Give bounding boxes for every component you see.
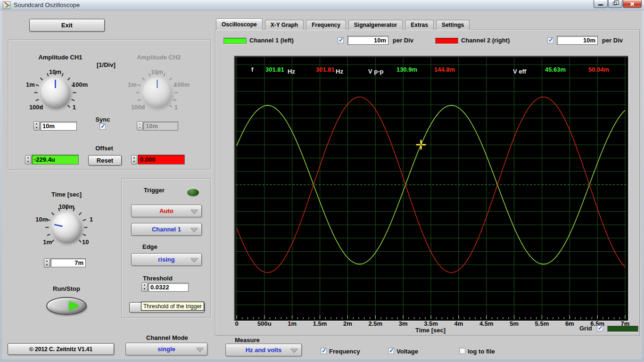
x-axis-tick-label: 500u [257,320,272,327]
run-stop-label: Run/Stop [45,285,88,292]
knob-scale-label: 10m [151,68,163,75]
measure-mode-dropdown[interactable]: Hz and volts [225,344,302,356]
x-axis-tick-label: 1m [288,320,297,327]
channel1-color-swatch [223,38,247,44]
trigger-source-value: Channel 1 [152,226,181,233]
amplitude-ch2-stepper: ▲▼ [137,121,143,131]
channel2-per-div-field[interactable]: 10m [557,36,598,45]
play-icon [69,301,79,311]
increment-icon[interactable]: ▲ [44,259,50,263]
increment-icon[interactable]: ▲ [132,156,137,160]
channel1-per-div-label: per Div [393,37,413,44]
decrement-icon[interactable]: ▼ [142,287,147,291]
trigger-source-dropdown[interactable]: Channel 1 [131,223,202,236]
app-icon [3,1,10,9]
oscilloscope-plot[interactable] [236,58,627,319]
x-axis-tick-label: 2.5m [368,320,382,327]
channel1-label: Channel 1 (left) [249,37,294,44]
tab-oscilloscope[interactable]: Oscilloscope [216,18,263,30]
close-icon [629,1,635,7]
channel2-color-swatch [435,38,458,44]
decrement-icon[interactable]: ▼ [132,160,137,164]
log-to-file-checkbox-label: log to file [468,348,495,355]
threshold-tooltip: Threshold of the trigger [141,302,204,311]
x-axis-tick-label: 4.5m [479,320,494,327]
sync-checkbox[interactable] [99,123,106,130]
amplitude-ch1-title: Amplitude CH1 [30,54,91,61]
tab-xy-graph[interactable]: X-Y Graph [265,20,304,30]
close-button[interactable] [623,0,642,8]
channel1-enable-checkbox[interactable] [338,37,344,43]
knob-scale-label: 10m [35,216,48,223]
chevron-down-icon [290,348,298,353]
trigger-mode-dropdown[interactable]: Auto [131,205,202,217]
tab-settings[interactable]: Settings [436,20,470,30]
restore-button[interactable] [608,0,622,8]
knob-scale-label: 100m [174,81,190,88]
tab-frequency[interactable]: Frequency [306,20,346,30]
increment-icon[interactable]: ▲ [34,122,39,126]
chevron-down-icon [190,209,198,214]
tab-strip: Oscilloscope X-Y Graph Frequency Signalg… [216,18,472,30]
frequency-checkbox[interactable] [321,348,327,354]
decrement-icon[interactable]: ▼ [25,160,31,164]
increment-icon[interactable]: ▲ [25,156,31,160]
amplitude-ch1-field[interactable]: 10m [40,122,77,131]
amplitude-ch1-stepper[interactable]: ▲▼ [33,121,40,131]
knob-scale-label: 1m [26,81,35,88]
trigger-groupbox [122,178,211,318]
x-axis-tick-label: 0 [235,320,238,327]
run-stop-toggle[interactable] [46,297,87,315]
decrement-icon[interactable]: ▼ [34,126,39,130]
channel2-enable-checkbox[interactable] [547,37,553,43]
offset-ch1-stepper[interactable]: ▲▼ [25,155,31,165]
chevron-down-icon [196,347,204,352]
trigger-edge-dropdown[interactable]: rising [131,253,202,266]
frequency-checkbox-label: Frequency [329,348,360,355]
channel2-per-div-label: per Div [602,37,623,44]
offset-ch2-stepper[interactable]: ▲▼ [131,155,137,165]
voltage-checkbox[interactable] [388,348,394,354]
amplitude-unit-label: [1/Div] [97,61,116,68]
tab-signalgenerator[interactable]: Signalgenerator [348,20,403,30]
knob-scale-label: 1 [73,104,76,111]
knob-scale-label: 1m [128,81,137,88]
decrement-icon: ▼ [137,126,142,130]
increment-icon[interactable]: ▲ [142,283,147,287]
copyright-bar: © 2012 C. Zeitnitz V1.41 [8,343,114,355]
offset-reset-button[interactable]: Reset [88,155,122,165]
x-axis-tick-label: 5.5m [535,320,549,327]
knob-scale-label: 10m [49,68,61,75]
offset-ch1-field[interactable]: -229.4u [32,155,79,165]
trigger-led [187,189,199,196]
knob-scale-label: 100u [131,104,145,111]
time-stepper[interactable]: ▲▼ [44,258,50,268]
trigger-title: Trigger [144,187,165,194]
grid-checkbox[interactable] [597,325,603,331]
threshold-stepper[interactable]: ▲▼ [141,282,148,292]
window-title: Soundcard Oszilloscope [14,0,80,10]
time-field[interactable]: 7m [50,258,86,267]
tab-extras[interactable]: Extras [405,20,434,30]
edge-label: Edge [142,243,157,250]
x-axis-tick-label: 5m [510,320,519,327]
offset-ch2-field[interactable]: 0.000 [138,155,185,165]
minimize-button[interactable] [594,0,608,8]
decrement-icon[interactable]: ▼ [44,263,50,267]
x-axis-tick-label: 6m [565,320,574,327]
increment-icon: ▲ [137,122,142,126]
x-axis-tick-label: 1.5m [313,320,327,327]
knob-scale-label: 1 [174,104,178,111]
channel-mode-dropdown[interactable]: single [125,343,207,355]
channel1-per-div-field[interactable]: 10m [347,36,388,45]
knob-scale-label: 1 [90,216,93,223]
threshold-field[interactable]: 0.0322 [148,283,189,292]
exit-button[interactable]: Exit [29,19,105,32]
title-bar[interactable]: Soundcard Oszilloscope [0,0,644,10]
grid-color-swatch[interactable] [607,326,638,332]
x-axis-tick-label: 3.5m [424,320,438,327]
offset-label: Offset [87,145,121,152]
log-to-file-checkbox[interactable] [459,348,465,354]
knob-scale-label: 1m [43,239,52,246]
chevron-down-icon [190,228,198,232]
